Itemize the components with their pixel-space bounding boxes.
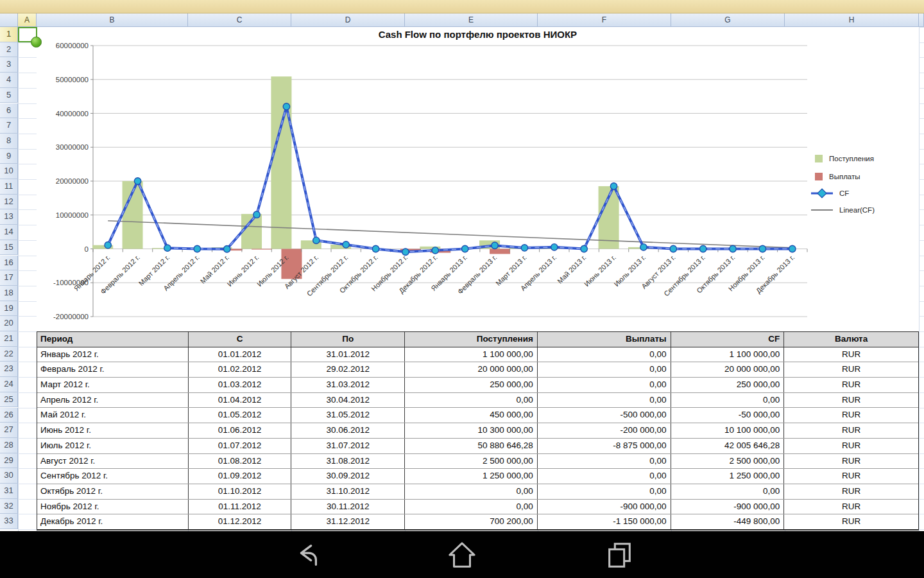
table-row[interactable]: Июнь 2012 г.01.06.201230.06.201210 300 0… <box>37 423 918 439</box>
table-cell[interactable]: 1 250 000,00 <box>405 469 538 484</box>
table-row[interactable]: Март 2012 г.01.03.201231.03.2012250 000,… <box>37 378 918 393</box>
table-row[interactable]: Апрель 2012 г.01.04.201230.04.20120,000,… <box>37 393 918 408</box>
row-header-12[interactable]: 12 <box>0 195 18 210</box>
row-header-20[interactable]: 20 <box>0 316 18 331</box>
table-header-cell[interactable]: CF <box>671 332 785 347</box>
table-cell[interactable]: -1 150 000,00 <box>538 514 671 529</box>
table-header-cell[interactable]: Выплаты <box>538 332 671 347</box>
table-cell[interactable]: 01.06.2012 <box>189 423 292 438</box>
table-cell[interactable]: 30.11.2012 <box>291 500 405 514</box>
table-cell[interactable]: 31.01.2012 <box>291 347 405 362</box>
table-cell[interactable]: 31.08.2012 <box>291 454 405 469</box>
row-header-22[interactable]: 22 <box>0 347 18 362</box>
table-cell[interactable]: -900 000,00 <box>538 500 671 514</box>
table-cell[interactable]: 50 880 646,28 <box>405 439 538 453</box>
table-cell[interactable]: 01.09.2012 <box>189 469 292 484</box>
table-row[interactable]: Январь 2012 г.01.01.201231.01.20121 100 … <box>37 347 918 363</box>
table-cell[interactable]: RUR <box>784 500 918 514</box>
row-header-2[interactable]: 2 <box>0 42 18 58</box>
selection-handle[interactable] <box>31 37 42 48</box>
table-cell[interactable]: RUR <box>784 378 918 392</box>
table-row[interactable]: Ноябрь 2012 г.01.11.201230.11.20120,00-9… <box>37 500 918 515</box>
table-cell[interactable]: 0,00 <box>538 347 671 362</box>
table-cell[interactable]: 0,00 <box>671 484 785 499</box>
table-cell[interactable]: Июль 2012 г. <box>37 439 189 453</box>
back-icon[interactable] <box>290 540 323 570</box>
column-header-C[interactable]: C <box>188 13 291 27</box>
table-cell[interactable]: 42 005 646,28 <box>671 439 785 453</box>
row-header-4[interactable]: 4 <box>0 73 18 88</box>
row-header-30[interactable]: 30 <box>0 468 18 484</box>
row-header-21[interactable]: 21 <box>0 331 18 347</box>
table-cell[interactable]: Июнь 2012 г. <box>37 423 189 438</box>
column-header-H[interactable]: H <box>785 13 919 27</box>
table-row[interactable]: Декабрь 2012 г.01.12.201231.12.2012700 2… <box>37 514 918 530</box>
row-header-11[interactable]: 11 <box>0 179 18 195</box>
table-cell[interactable]: RUR <box>784 362 918 377</box>
table-cell[interactable]: 01.05.2012 <box>189 408 292 423</box>
table-cell[interactable]: RUR <box>784 514 918 529</box>
table-cell[interactable]: 0,00 <box>538 393 671 408</box>
cashflow-chart[interactable]: Cash Flow по портфелю проектов НИОКР 600… <box>37 27 919 331</box>
table-cell[interactable]: 01.12.2012 <box>189 514 292 529</box>
table-cell[interactable]: -200 000,00 <box>538 423 671 438</box>
table-cell[interactable]: RUR <box>784 423 918 438</box>
table-cell[interactable]: 31.07.2012 <box>291 439 405 453</box>
table-cell[interactable]: Январь 2012 г. <box>37 347 189 362</box>
table-cell[interactable]: 31.03.2012 <box>291 378 405 392</box>
table-cell[interactable]: 01.10.2012 <box>189 484 292 499</box>
table-cell[interactable]: 0,00 <box>538 469 671 484</box>
table-row[interactable]: Август 2012 г.01.08.201231.08.20122 500 … <box>37 454 918 469</box>
table-cell[interactable]: 2 500 000,00 <box>671 454 785 469</box>
table-cell[interactable]: Сентябрь 2012 г. <box>37 469 189 484</box>
table-header-cell[interactable]: По <box>291 332 405 347</box>
table-cell[interactable]: 29.02.2012 <box>291 362 405 377</box>
table-cell[interactable]: RUR <box>784 347 918 362</box>
table-cell[interactable]: Февраль 2012 г. <box>37 362 189 377</box>
table-cell[interactable]: 10 100 000,00 <box>671 423 785 438</box>
row-header-25[interactable]: 25 <box>0 392 18 408</box>
table-header-cell[interactable]: Поступления <box>405 332 538 347</box>
table-cell[interactable]: RUR <box>784 393 918 408</box>
table-cell[interactable]: 1 250 000,00 <box>671 469 785 484</box>
row-header-13[interactable]: 13 <box>0 209 18 225</box>
table-cell[interactable]: 450 000,00 <box>405 408 538 423</box>
table-cell[interactable]: 0,00 <box>538 484 671 499</box>
table-cell[interactable]: 0,00 <box>405 484 538 499</box>
table-cell[interactable]: RUR <box>784 454 918 469</box>
table-cell[interactable]: 01.01.2012 <box>189 347 292 362</box>
table-header-cell[interactable]: Период <box>37 332 189 347</box>
table-cell[interactable]: 0,00 <box>405 393 538 408</box>
table-cell[interactable]: 0,00 <box>538 454 671 469</box>
table-cell[interactable]: Октябрь 2012 г. <box>37 484 189 499</box>
column-header-E[interactable]: E <box>405 13 538 27</box>
table-cell[interactable]: 01.03.2012 <box>189 378 292 392</box>
table-cell[interactable]: -900 000,00 <box>671 500 785 514</box>
table-cell[interactable]: -449 800,00 <box>671 514 785 529</box>
table-cell[interactable]: RUR <box>784 439 918 453</box>
table-row[interactable]: Февраль 2012 г.01.02.201229.02.201220 00… <box>37 362 918 378</box>
table-cell[interactable]: -500 000,00 <box>538 408 671 423</box>
table-cell[interactable]: 0,00 <box>538 362 671 377</box>
table-cell[interactable]: Август 2012 г. <box>37 454 189 469</box>
row-header-18[interactable]: 18 <box>0 286 18 301</box>
table-cell[interactable]: RUR <box>784 408 918 423</box>
row-header-5[interactable]: 5 <box>0 88 18 103</box>
row-header-9[interactable]: 9 <box>0 149 18 164</box>
row-header-19[interactable]: 19 <box>0 301 18 317</box>
table-cell[interactable]: -50 000,00 <box>671 408 785 423</box>
table-header-cell[interactable]: Валюта <box>784 332 918 347</box>
table-cell[interactable]: Март 2012 г. <box>37 378 189 392</box>
row-header-1[interactable]: 1 <box>0 27 18 42</box>
table-cell[interactable]: 1 100 000,00 <box>671 347 785 362</box>
row-header-3[interactable]: 3 <box>0 57 18 73</box>
table-cell[interactable]: 250 000,00 <box>671 378 785 392</box>
table-cell[interactable]: Апрель 2012 г. <box>37 393 189 408</box>
table-cell[interactable]: 31.12.2012 <box>291 514 405 529</box>
select-all-corner[interactable] <box>0 13 18 27</box>
row-header-29[interactable]: 29 <box>0 453 18 469</box>
table-row[interactable]: Октябрь 2012 г.01.10.201231.10.20120,000… <box>37 484 918 500</box>
row-header-16[interactable]: 16 <box>0 256 18 271</box>
table-cell[interactable]: 0,00 <box>671 393 785 408</box>
table-cell[interactable]: 20 000 000,00 <box>405 362 538 377</box>
